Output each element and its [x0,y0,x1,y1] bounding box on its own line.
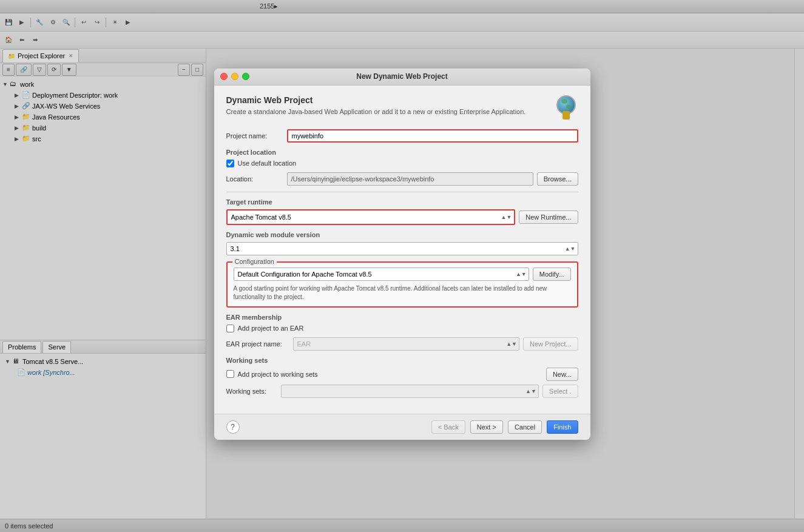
target-runtime-select[interactable]: Apache Tomcat v8.5 [228,210,515,224]
new-working-set-button[interactable]: New... [546,368,578,381]
ear-section: EAR membership Add project to an EAR EAR… [226,314,578,351]
ear-membership-title: EAR membership [226,314,578,321]
working-sets-title: Working sets [226,357,578,364]
new-project-button[interactable]: New Project... [523,337,578,351]
help-icon: ? [231,423,235,431]
target-runtime-title: Target runtime [226,198,578,206]
working-sets-label: Working sets: [226,388,281,395]
config-select[interactable]: Default Configuration for Apache Tomcat … [234,268,529,281]
working-sets-input-row: Working sets: ▲▼ Select . [226,385,578,398]
new-runtime-button[interactable]: New Runtime... [519,210,578,224]
browse-button[interactable]: Browse... [537,172,578,186]
configuration-section: Configuration Default Configuration for … [226,261,578,308]
ear-project-name-row: EAR project name: EAR ▲▼ New Project... [226,337,578,351]
modal-title: New Dynamic Web Project [356,72,448,81]
add-to-working-sets-row: Add project to working sets New... [226,368,578,381]
continent-2 [566,105,571,109]
modal-dialog: New Dynamic Web Project Dynamic Web Proj… [214,69,590,440]
minimize-button[interactable] [231,73,238,80]
location-path: /Users/qinyingjie/eclipse-workspace3/myw… [287,172,533,186]
project-location-title: Project location [226,149,578,156]
add-to-ear-checkbox[interactable] [226,325,234,332]
divider-1 [226,192,578,192]
cancel-button[interactable]: Cancel [508,420,542,434]
modal-overlay: New Dynamic Web Project Dynamic Web Proj… [0,0,804,532]
location-value: /Users/qinyingjie/eclipse-workspace3/myw… [291,175,434,183]
project-name-input[interactable] [287,129,578,143]
finish-button[interactable]: Finish [547,420,578,434]
target-runtime-row: Apache Tomcat v8.5 ▲▼ New Runtime... [226,209,578,225]
add-to-ear-row: Add project to an EAR [226,325,578,332]
ear-project-name-label: EAR project name: [226,340,293,348]
modal-body: Dynamic Web Project Create a standalone … [214,86,590,414]
add-to-ear-label: Add project to an EAR [238,325,304,332]
add-to-working-sets-checkbox[interactable] [226,370,234,378]
location-label: Location: [226,175,287,183]
use-default-checkbox[interactable] [226,160,234,167]
modal-footer: ? < Back Next > Cancel Finish [214,414,590,440]
select-button[interactable]: Select . [542,385,578,398]
use-default-label: Use default location [238,160,297,167]
modify-button[interactable]: Modify... [533,268,571,281]
config-legend: Configuration [232,258,277,265]
project-name-row: Project name: [226,129,578,143]
continent-1 [561,99,567,104]
next-button[interactable]: Next > [470,420,503,434]
traffic-lights [220,73,249,80]
modal-header-desc: Create a standalone Java-based Web Appli… [226,107,554,116]
config-select-wrapper: Default Configuration for Apache Tomcat … [234,268,529,281]
ear-project-name-select[interactable]: EAR [293,337,520,351]
ear-project-name-wrapper: EAR ▲▼ [293,337,520,351]
maximize-button[interactable] [242,73,249,80]
close-button[interactable] [220,73,228,80]
location-row: Location: /Users/qinyingjie/eclipse-work… [226,172,578,186]
back-button[interactable]: < Back [431,420,465,434]
help-icon-wrapper[interactable]: ? [226,420,240,434]
target-runtime-select-wrapper: Apache Tomcat v8.5 ▲▼ [226,209,516,225]
dynamic-web-module-select[interactable]: 3.1 [226,242,578,255]
config-hint: A good starting point for working with A… [234,285,571,301]
globe-icon [554,95,578,120]
working-sets-select[interactable] [281,385,539,398]
modal-header: Dynamic Web Project Create a standalone … [226,95,578,120]
dynamic-web-module-row: 3.1 ▲▼ [226,242,578,255]
modal-header-title: Dynamic Web Project [226,95,554,105]
footer-buttons: < Back Next > Cancel Finish [431,420,578,434]
working-sets-section: Working sets Add project to working sets… [226,357,578,398]
globe-stand [562,111,570,120]
project-name-label: Project name: [226,132,287,140]
modal-titlebar: New Dynamic Web Project [214,69,590,86]
dynamic-web-module-wrapper: 3.1 ▲▼ [226,242,578,255]
dynamic-web-module-title: Dynamic web module version [226,231,578,238]
add-to-working-sets-label: Add project to working sets [238,371,318,378]
working-sets-wrapper: ▲▼ [281,385,539,398]
config-row: Default Configuration for Apache Tomcat … [234,268,571,281]
use-default-location-row: Use default location [226,160,578,167]
modal-header-text: Dynamic Web Project Create a standalone … [226,95,554,116]
